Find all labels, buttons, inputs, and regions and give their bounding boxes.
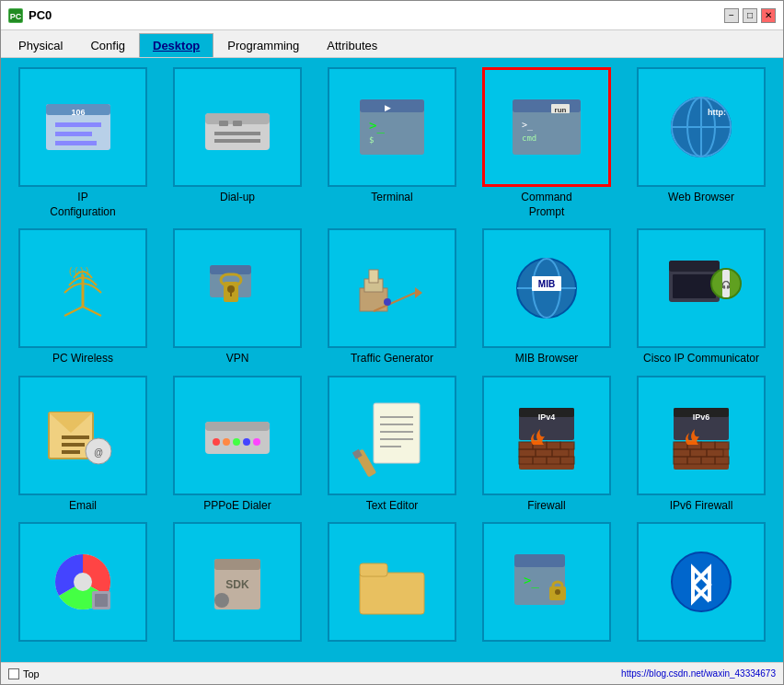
icon-label-cisco-ip-communicator: Cisco IP Communicator <box>643 352 759 366</box>
icon-box-bluetooth[interactable] <box>637 522 766 642</box>
tab-config[interactable]: Config <box>76 33 139 57</box>
icon-item-bluetooth[interactable] <box>628 522 774 645</box>
icon-item-firewall[interactable]: IPv4 <box>474 376 619 514</box>
svg-marker-45 <box>415 287 422 298</box>
svg-rect-54 <box>673 274 716 298</box>
window-title: PC0 <box>29 8 52 22</box>
svg-point-67 <box>213 438 220 446</box>
svg-rect-72 <box>374 403 420 463</box>
svg-text:IPv6: IPv6 <box>693 412 710 422</box>
icon-box-cisco-ip-communicator[interactable]: 🎧 <box>637 228 766 348</box>
icon-item-pc-wireless[interactable]: (·(·)·) PC Wireless <box>10 228 156 366</box>
icon-label-dialup: Dial-up <box>220 191 255 205</box>
tab-physical[interactable]: Physical <box>5 33 76 57</box>
icon-item-web-browser[interactable]: http: Web Browser <box>628 67 774 219</box>
icon-box-mib-browser[interactable]: MIB <box>482 228 611 348</box>
icon-box-paint[interactable] <box>18 522 147 642</box>
icon-label-firewall: Firewall <box>527 499 565 514</box>
icon-label-terminal: Terminal <box>371 191 412 205</box>
svg-rect-5 <box>55 122 101 127</box>
icon-item-terminal[interactable]: ▶ >_ $ Terminal <box>319 67 465 219</box>
icon-scroll-area[interactable]: 106 IPConfiguration <box>1 58 783 662</box>
icon-item-mib-browser[interactable]: MIB MIB Browser <box>474 228 619 366</box>
icon-item-email[interactable]: @ Email <box>10 376 156 514</box>
maximize-button[interactable]: □ <box>743 8 757 23</box>
tab-desktop[interactable]: Desktop <box>139 33 213 57</box>
icon-box-text-editor[interactable] <box>328 376 456 495</box>
icon-item-text-editor[interactable]: Text Editor <box>319 376 465 514</box>
icon-label-pppoe-dialer: PPPoE Dialer <box>203 499 271 514</box>
svg-rect-123 <box>514 554 565 567</box>
icon-box-pc-wireless[interactable]: (·(·)·) <box>18 228 147 348</box>
icon-item-pppoe-dialer[interactable]: PPPoE Dialer <box>165 376 310 514</box>
icon-label-command-prompt: CommandPrompt <box>521 191 571 219</box>
icon-label-pc-wireless: PC Wireless <box>52 352 113 366</box>
svg-rect-118 <box>360 573 424 614</box>
icon-box-folder[interactable] <box>328 522 456 642</box>
minimize-button[interactable]: − <box>724 8 739 23</box>
svg-rect-113 <box>95 594 108 607</box>
icon-box-pppoe-dialer[interactable] <box>173 376 302 495</box>
svg-point-70 <box>243 438 250 446</box>
status-bar: Top https://blog.csdn.net/waxin_43334673 <box>1 662 783 684</box>
title-buttons: − □ ✕ <box>724 8 776 23</box>
icon-box-email[interactable]: @ <box>18 376 147 495</box>
icon-box-sdk[interactable]: SDK <box>173 522 302 642</box>
icon-box-web-browser[interactable]: http: <box>637 67 766 187</box>
icon-box-terminal[interactable]: ▶ >_ $ <box>328 67 456 187</box>
title-bar-left: PC PC0 <box>8 8 52 23</box>
icon-item-terminal-lock[interactable]: >_ <box>474 522 619 645</box>
icon-box-ipv6-firewall[interactable]: IPv6 <box>637 376 766 495</box>
svg-rect-11 <box>214 139 260 143</box>
icon-item-vpn[interactable]: VPN <box>165 228 310 366</box>
svg-text:MIB: MIB <box>538 279 555 289</box>
icon-label-web-browser: Web Browser <box>668 191 734 205</box>
svg-rect-7 <box>55 141 97 145</box>
icon-item-traffic-generator[interactable]: Traffic Generator <box>319 228 465 366</box>
icon-item-sdk[interactable]: SDK <box>165 522 310 645</box>
svg-text:>_: >_ <box>524 573 539 588</box>
icon-item-cisco-ip-communicator[interactable]: 🎧 Cisco IP Communicator <box>628 228 774 366</box>
icon-box-ip-configuration[interactable]: 106 <box>18 67 147 187</box>
icon-label-email: Email <box>69 499 97 514</box>
svg-point-128 <box>672 552 731 611</box>
svg-rect-43 <box>369 270 378 283</box>
icon-item-paint[interactable] <box>10 522 156 645</box>
svg-text:▶: ▶ <box>385 103 391 112</box>
icon-box-terminal-lock[interactable]: >_ <box>482 522 611 642</box>
svg-text:SDK: SDK <box>225 578 249 591</box>
icon-label-mib-browser: MIB Browser <box>515 352 579 366</box>
top-checkbox[interactable] <box>8 668 19 679</box>
close-button[interactable]: ✕ <box>761 8 776 23</box>
icon-label-vpn: VPN <box>226 352 249 366</box>
svg-point-116 <box>214 593 229 608</box>
icon-box-dialup[interactable] <box>173 67 302 187</box>
icon-box-traffic-generator[interactable] <box>328 228 456 348</box>
icon-item-ip-configuration[interactable]: 106 IPConfiguration <box>10 67 156 219</box>
icon-item-command-prompt[interactable]: run >_ cmd CommandPrompt <box>474 67 619 219</box>
icon-item-dialup[interactable]: Dial-up <box>165 67 310 219</box>
svg-text:$: $ <box>369 135 374 145</box>
svg-text:🎧: 🎧 <box>721 280 731 289</box>
svg-point-46 <box>384 298 391 306</box>
svg-rect-20 <box>513 99 581 112</box>
svg-rect-10 <box>214 132 260 135</box>
icon-label-ipv6-firewall: IPv6 Firewall <box>670 499 733 514</box>
icon-item-ipv6-firewall[interactable]: IPv6 <box>628 376 774 514</box>
svg-text:run: run <box>555 106 567 114</box>
icon-box-vpn[interactable] <box>173 228 302 348</box>
svg-rect-40 <box>230 291 232 296</box>
icon-box-firewall[interactable]: IPv4 <box>482 376 611 495</box>
icon-grid: 106 IPConfiguration <box>10 67 774 645</box>
tab-programming[interactable]: Programming <box>213 33 313 57</box>
svg-rect-61 <box>62 443 85 447</box>
tab-attributes[interactable]: Attributes <box>313 33 391 57</box>
icon-label-text-editor: Text Editor <box>366 499 419 514</box>
icon-item-folder[interactable] <box>319 522 465 645</box>
svg-point-127 <box>555 589 560 595</box>
svg-text:@: @ <box>94 447 103 458</box>
icon-box-command-prompt[interactable]: run >_ cmd <box>482 67 611 187</box>
svg-text:cmd: cmd <box>522 134 536 143</box>
status-url: https://blog.csdn.net/waxin_43334673 <box>621 668 776 679</box>
svg-point-69 <box>233 438 240 446</box>
